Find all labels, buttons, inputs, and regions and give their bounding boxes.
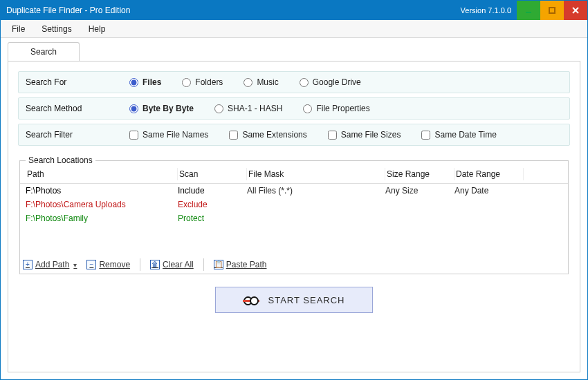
search-method-label: Search Method bbox=[26, 104, 129, 113]
radio-byte-by-byte[interactable]: Byte By Byte bbox=[129, 104, 194, 113]
cell-mask bbox=[247, 213, 385, 223]
cell-scan: Protect bbox=[178, 213, 247, 223]
col-scan[interactable]: Scan bbox=[178, 168, 247, 180]
search-method-row: Search Method Byte By Byte SHA-1 - HASH … bbox=[18, 97, 570, 120]
start-search-wrap: START SEARCH bbox=[18, 274, 570, 317]
add-path-button[interactable]: + Add Path ▾ bbox=[23, 260, 77, 269]
menubar: File Settings Help bbox=[1, 20, 587, 38]
minimize-button[interactable] bbox=[517, 1, 540, 20]
separator bbox=[140, 258, 140, 271]
cell-path: F:\Photos\Family bbox=[26, 213, 178, 223]
window-title: Duplicate File Finder - Pro Edition bbox=[6, 6, 461, 15]
check-same-extensions[interactable]: Same Extensions bbox=[229, 130, 306, 140]
search-for-row: Search For Files Folders Music Google Dr… bbox=[18, 71, 570, 93]
search-locations-group: Search Locations Path Scan File Mask Siz… bbox=[19, 155, 569, 274]
menu-help[interactable]: Help bbox=[82, 23, 113, 35]
locations-body: F:\PhotosIncludeAll Files (*.*)Any SizeA… bbox=[20, 184, 568, 253]
radio-sha1[interactable]: SHA-1 - HASH bbox=[214, 104, 282, 113]
cell-scan: Exclude bbox=[178, 200, 247, 209]
app-window: Duplicate File Finder - Pro Edition Vers… bbox=[0, 0, 588, 380]
plus-icon: + bbox=[23, 260, 33, 269]
col-spacer bbox=[524, 168, 562, 180]
menu-settings[interactable]: Settings bbox=[35, 23, 78, 35]
svg-rect-1 bbox=[549, 8, 555, 13]
cell-path: F:\Photos bbox=[26, 186, 178, 196]
trash-icon: 🗑 bbox=[150, 260, 160, 269]
col-mask[interactable]: File Mask bbox=[247, 168, 385, 180]
cell-scan: Include bbox=[178, 186, 247, 196]
content-area: Search Search For Files Folders Music Go… bbox=[1, 38, 587, 379]
cell-date bbox=[454, 213, 524, 223]
search-filter-options: Same File Names Same Extensions Same Fil… bbox=[129, 130, 497, 140]
search-for-label: Search For bbox=[26, 77, 129, 87]
check-same-names[interactable]: Same File Names bbox=[129, 130, 208, 140]
check-same-sizes[interactable]: Same File Sizes bbox=[328, 130, 401, 140]
table-row[interactable]: F:\PhotosIncludeAll Files (*.*)Any SizeA… bbox=[20, 184, 568, 198]
cell-size: Any Size bbox=[385, 186, 454, 196]
search-filter-label: Search Filter bbox=[26, 130, 129, 140]
table-row[interactable]: F:\Photos\Camera UploadsExclude bbox=[20, 198, 568, 211]
paste-path-button[interactable]: 📋 Paste Path bbox=[214, 260, 267, 269]
search-method-options: Byte By Byte SHA-1 - HASH File Propertie… bbox=[129, 104, 370, 113]
separator bbox=[203, 258, 204, 271]
search-for-options: Files Folders Music Google Drive bbox=[129, 77, 361, 87]
binoculars-icon bbox=[244, 294, 259, 305]
tab-search[interactable]: Search bbox=[8, 42, 80, 61]
cell-mask bbox=[247, 200, 385, 209]
start-search-button[interactable]: START SEARCH bbox=[215, 287, 374, 313]
close-button[interactable] bbox=[564, 1, 587, 20]
menu-file[interactable]: File bbox=[5, 23, 32, 35]
cell-mask: All Files (*.*) bbox=[247, 186, 385, 196]
window-controls bbox=[517, 1, 587, 20]
cell-path: F:\Photos\Camera Uploads bbox=[26, 200, 178, 209]
tab-panel-search: Search For Files Folders Music Google Dr… bbox=[8, 61, 580, 372]
table-row[interactable]: F:\Photos\FamilyProtect bbox=[20, 211, 568, 225]
radio-file-properties[interactable]: File Properties bbox=[303, 104, 369, 113]
check-same-date[interactable]: Same Date Time bbox=[421, 130, 496, 140]
cell-size bbox=[385, 213, 454, 223]
col-date[interactable]: Date Range bbox=[454, 168, 524, 180]
titlebar: Duplicate File Finder - Pro Edition Vers… bbox=[1, 1, 587, 20]
col-size[interactable]: Size Range bbox=[385, 168, 454, 180]
radio-music[interactable]: Music bbox=[244, 77, 278, 87]
remove-button[interactable]: − Remove bbox=[86, 260, 130, 269]
version-label: Version 7.1.0.0 bbox=[461, 6, 511, 15]
search-filter-row: Search Filter Same File Names Same Exten… bbox=[18, 124, 570, 146]
radio-google-drive[interactable]: Google Drive bbox=[300, 77, 361, 87]
cell-date: Any Date bbox=[454, 186, 524, 196]
minus-icon: − bbox=[86, 260, 96, 269]
dropdown-icon: ▾ bbox=[73, 261, 77, 269]
radio-folders[interactable]: Folders bbox=[182, 77, 223, 87]
maximize-button[interactable] bbox=[540, 1, 564, 20]
clipboard-icon: 📋 bbox=[214, 260, 223, 269]
tab-strip: Search bbox=[8, 42, 580, 61]
locations-header: Path Scan File Mask Size Range Date Rang… bbox=[20, 165, 568, 184]
locations-toolbar: + Add Path ▾ − Remove 🗑 Clear All bbox=[20, 253, 568, 274]
clear-all-button[interactable]: 🗑 Clear All bbox=[150, 260, 194, 269]
radio-files[interactable]: Files bbox=[129, 77, 161, 87]
cell-size bbox=[385, 200, 454, 209]
search-locations-legend: Search Locations bbox=[26, 155, 95, 165]
cell-date bbox=[454, 200, 524, 209]
col-path[interactable]: Path bbox=[26, 168, 178, 180]
